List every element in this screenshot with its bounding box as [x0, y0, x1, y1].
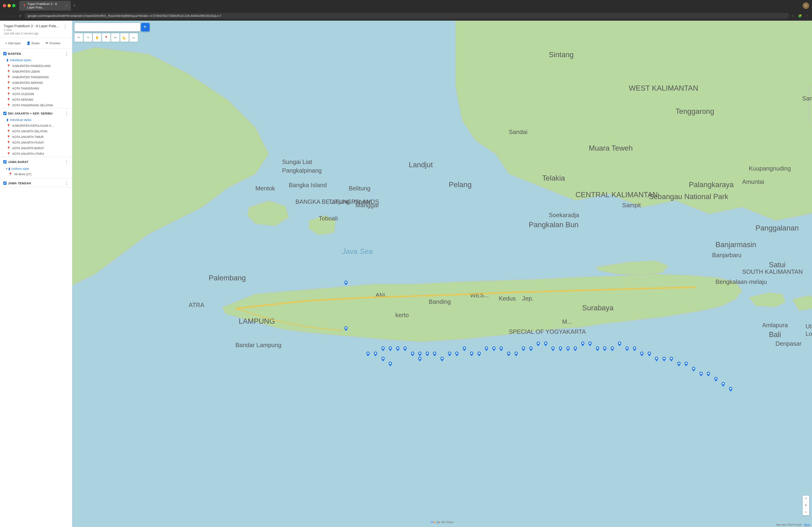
address-input[interactable]	[24, 13, 789, 19]
location-name: KOTA JAKARTA BARAT	[12, 147, 44, 150]
close-button[interactable]	[3, 4, 6, 7]
layer-section-jabar: JAWA BARAT ⋮ ▾ ▮ Uniform style 📍 All ite…	[0, 157, 72, 178]
extensions-icon[interactable]: 🧩	[797, 13, 803, 19]
banten-style-text[interactable]: Individual styles	[10, 58, 31, 62]
sidebar-title: Tugas Praktikum 2 - 6 Layer Pula...	[4, 24, 59, 28]
dki-more-button[interactable]: ⋮	[64, 111, 69, 116]
jabar-more-button[interactable]: ⋮	[64, 159, 69, 164]
preview-button[interactable]: 👁 Preview	[43, 40, 62, 46]
add-layer-button[interactable]: + Add layer	[3, 40, 23, 46]
menu-icon[interactable]: ⋮	[804, 13, 810, 19]
preview-label: Preview	[49, 42, 60, 45]
add-layer-label: Add layer	[8, 42, 21, 45]
svg-text:Lombok: Lombok	[806, 331, 812, 337]
list-item[interactable]: 📍 KOTA SERANG	[0, 97, 72, 103]
tab-title: Tugas Praktikum 2 - 6 Layer Pula...	[27, 2, 63, 9]
list-item[interactable]: 📍 KOTA JAKARTA BARAT	[0, 146, 72, 151]
pin-icon: 📍	[6, 146, 11, 150]
layer-section-dki: DKI JAKARTA + KEP. SERIBU ⋮ ▮ Individual…	[0, 108, 72, 157]
dki-style-icon: ▮	[6, 118, 9, 122]
pan-tool-button[interactable]: ✋	[93, 33, 101, 42]
map-area: 🔍 ↩ ↪ ✋ 📍 ✏ 📐 ▭	[72, 20, 812, 527]
list-item[interactable]: 📍 KOTA CILEGON	[0, 91, 72, 97]
preview-icon: 👁	[45, 41, 48, 45]
zoom-out-button[interactable]: −	[803, 509, 809, 515]
sidebar-more-button[interactable]: ⋮	[62, 24, 68, 29]
svg-text:Banding: Banding	[429, 298, 451, 305]
svg-text:Surabaya: Surabaya	[582, 304, 614, 312]
marker-tool-button[interactable]: 📍	[102, 33, 111, 42]
minimize-button[interactable]	[8, 4, 11, 7]
svg-text:SOUTH KALIMANTAN: SOUTH KALIMANTAN	[742, 268, 803, 275]
svg-text:M...: M...	[562, 318, 572, 325]
address-bar-row: ← → ↺ ☆ 🧩 ⋮	[0, 11, 812, 20]
reload-button[interactable]: ↺	[17, 13, 23, 19]
share-button[interactable]: 👤 Share	[24, 40, 42, 46]
jabar-all-items-row[interactable]: 📍 All items (27)	[0, 171, 72, 178]
jabar-checkbox[interactable]	[3, 160, 6, 164]
list-item[interactable]: 📍 KABUPATEN KEPULAUAN S...	[0, 123, 72, 129]
svg-text:Samarinda: Samarinda	[802, 95, 812, 102]
banten-title: BANTEN	[8, 52, 63, 56]
map-search-button[interactable]: 🔍	[141, 23, 149, 31]
active-tab[interactable]: 📍 Tugas Praktikum 2 - 6 Layer Pula... ✕	[19, 1, 71, 11]
all-items-text: All items (27)	[14, 172, 31, 176]
list-item[interactable]: 📍 KABUPATEN SERANG	[0, 80, 72, 86]
layer-section-jateng: JAWA TENGAH ⋮	[0, 178, 72, 187]
map-search-input[interactable]	[74, 23, 140, 31]
pin-icon: 📍	[6, 87, 11, 90]
profile-avatar[interactable]: U	[803, 2, 809, 9]
svg-text:Pelang: Pelang	[449, 181, 472, 189]
measure-tool-button[interactable]: 📐	[120, 33, 129, 42]
svg-text:Palembang: Palembang	[208, 274, 246, 282]
new-tab-button[interactable]: +	[72, 3, 77, 8]
back-button[interactable]: ←	[2, 13, 9, 19]
map-controls: ? + −	[803, 496, 809, 515]
jabar-style-text[interactable]: Uniform style	[11, 167, 29, 170]
list-item[interactable]: 📍 KOTA TANGERANG SELATAN	[0, 103, 72, 108]
jateng-checkbox[interactable]	[3, 182, 6, 185]
browser-chrome: 📍 Tugas Praktikum 2 - 6 Layer Pula... ✕ …	[0, 0, 812, 11]
banten-checkbox[interactable]	[3, 52, 6, 55]
svg-text:Pangkalan Bun: Pangkalan Bun	[529, 221, 579, 229]
sidebar-views: 1 view	[4, 28, 59, 32]
svg-text:Satui: Satui	[769, 261, 785, 269]
terms-link[interactable]: Terms	[804, 524, 810, 526]
zoom-help-button[interactable]: ?	[803, 496, 809, 502]
list-item[interactable]: 📍 KABUPATEN LEBAK	[0, 69, 72, 75]
maximize-button[interactable]	[12, 4, 15, 7]
undo-tool-button[interactable]: ↩	[74, 33, 83, 42]
list-item[interactable]: 📍 KOTA TANGERANG	[0, 86, 72, 91]
tab-close-button[interactable]: ✕	[66, 4, 68, 7]
banten-style-label: ▮ Individual styles	[0, 58, 72, 63]
pin-icon: 📍	[6, 124, 11, 127]
banten-more-button[interactable]: ⋮	[64, 51, 69, 56]
layer-header-banten: BANTEN ⋮	[0, 49, 72, 58]
location-name: KOTA TANGERANG	[12, 87, 39, 90]
list-item[interactable]: 📍 KOTA JAKARTA TIMUR	[0, 134, 72, 140]
pin-icon: 📍	[6, 130, 11, 133]
redo-tool-button[interactable]: ↪	[84, 33, 92, 42]
dki-title: DKI JAKARTA + KEP. SERIBU	[8, 112, 63, 115]
list-item[interactable]: 📍 KOTA JAKARTA PUSAT	[0, 140, 72, 146]
jateng-more-button[interactable]: ⋮	[64, 181, 69, 186]
chevron-down-icon[interactable]: ▾	[6, 167, 8, 170]
dki-checkbox[interactable]	[3, 112, 6, 115]
pin-icon: 📍	[6, 64, 11, 68]
sidebar-actions: + Add layer 👤 Share 👁 Preview	[0, 38, 72, 49]
svg-text:Denpasar: Denpasar	[775, 340, 801, 347]
zoom-in-button[interactable]: +	[803, 502, 809, 509]
list-item[interactable]: 📍 KABUPATEN PANDEGLANG	[0, 63, 72, 69]
svg-text:Pangkalpinang: Pangkalpinang	[282, 167, 322, 174]
svg-text:CENTRAL KALIMANTAN: CENTRAL KALIMANTAN	[576, 191, 658, 199]
draw-tool-button[interactable]: ✏	[111, 33, 119, 42]
dki-style-text[interactable]: Individual styles	[10, 118, 31, 122]
google-o2: o	[435, 520, 436, 524]
bookmark-icon[interactable]: ☆	[791, 13, 796, 19]
list-item[interactable]: 📍 KOTA JAKARTA SELATAN	[0, 129, 72, 134]
list-item[interactable]: 📍 KABUPATEN TANGERANG	[0, 75, 72, 80]
shape-tool-button[interactable]: ▭	[129, 33, 138, 42]
forward-button[interactable]: →	[10, 13, 16, 19]
list-item[interactable]: 📍 KOTA JAKARTA UTARA	[0, 151, 72, 157]
banten-style-icon: ▮	[6, 58, 9, 62]
